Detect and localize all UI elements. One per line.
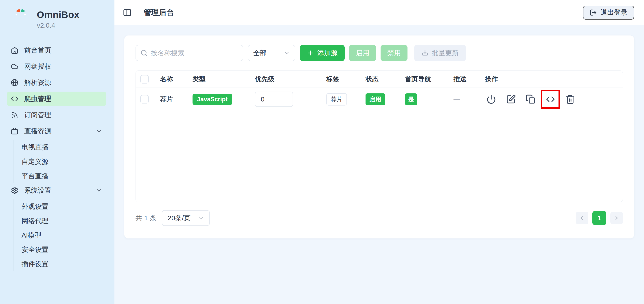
home-nav-badge: 是: [405, 93, 417, 105]
status-badge: 启用: [366, 93, 385, 105]
sidebar-item-label: 解析资源: [24, 78, 51, 87]
download-icon: [422, 49, 428, 57]
top-header: 管理后台 退出登录: [114, 0, 644, 25]
next-page-button[interactable]: [610, 212, 623, 224]
type-filter-select[interactable]: 全部: [248, 45, 295, 61]
power-toggle-icon[interactable]: [486, 94, 496, 104]
search-input[interactable]: [151, 49, 238, 57]
header-divider: [137, 8, 137, 18]
sidebar-item-security[interactable]: 安全设置: [14, 242, 106, 257]
sidebar-item-label: AI模型: [22, 231, 41, 240]
table-row: 荐片 JavaScript 荐片 启用 是 —: [136, 88, 623, 111]
row-checkbox[interactable]: [140, 95, 149, 104]
sidebar-item-subscription[interactable]: 订阅管理: [7, 108, 106, 122]
plus-icon: [307, 49, 314, 57]
tag-cell: 荐片: [326, 93, 366, 106]
column-header-tag: 标签: [326, 75, 366, 84]
sidebar-nav: 前台首页 网盘授权 解析资源 爬虫管理 订阅管理 直播资源 电视直播 自定义源 …: [7, 43, 106, 271]
logout-button[interactable]: 退出登录: [583, 6, 634, 20]
page-size-select[interactable]: 20条/页: [162, 210, 210, 226]
sidebar-item-label: 直播资源: [24, 127, 51, 136]
sidebar-item-label: 安全设置: [22, 245, 48, 254]
enable-button[interactable]: 启用: [349, 45, 376, 61]
annotation-red-box: [541, 90, 560, 109]
app-name: OmniBox: [37, 10, 80, 20]
sidebar-item-label: 爬虫管理: [24, 94, 51, 104]
column-header-type: 类型: [192, 75, 255, 84]
logout-label: 退出登录: [600, 8, 628, 17]
type-badge: JavaScript: [192, 94, 232, 105]
sidebar-item-label: 插件设置: [22, 259, 48, 269]
content-area: 全部 添加源 启用 禁用 批量更新: [114, 25, 644, 304]
disable-label: 禁用: [387, 49, 401, 58]
sidebar-item-parse-resources[interactable]: 解析资源: [7, 76, 106, 90]
sidebar-toggle-icon[interactable]: [123, 8, 132, 17]
copy-icon[interactable]: [526, 94, 536, 104]
source-name: 荐片: [160, 95, 192, 104]
main-area: 管理后台 退出登录 全部 添加源: [114, 0, 644, 304]
row-actions: [485, 90, 623, 109]
sidebar-item-tv-live[interactable]: 电视直播: [14, 140, 106, 154]
live-resources-children: 电视直播 自定义源 平台直播: [13, 140, 106, 183]
source-code-icon[interactable]: [546, 94, 555, 104]
sidebar-item-plugins[interactable]: 插件设置: [14, 257, 106, 271]
sidebar-item-custom-source[interactable]: 自定义源: [14, 154, 106, 169]
app-logo-row: OmniBox v2.0.4: [7, 8, 106, 31]
sidebar-item-live-resources[interactable]: 直播资源: [7, 124, 106, 138]
crawler-card: 全部 添加源 启用 禁用 批量更新: [124, 36, 634, 238]
sidebar-item-label: 网络代理: [22, 216, 48, 226]
type-cell: JavaScript: [192, 94, 255, 105]
sidebar-item-label: 电视直播: [22, 143, 48, 152]
sidebar-item-cloud-auth[interactable]: 网盘授权: [7, 59, 106, 74]
select-all-checkbox[interactable]: [140, 75, 149, 84]
sidebar: OmniBox v2.0.4 前台首页 网盘授权 解析资源 爬虫管理 订阅管理 …: [0, 0, 114, 304]
column-header-priority: 优先级: [255, 75, 326, 84]
batch-update-label: 批量更新: [432, 49, 459, 58]
sources-table: 名称 类型 优先级 标签 状态 首页导航 推送 操作 荐片 JavaScript…: [136, 71, 623, 202]
current-page-button[interactable]: 1: [592, 211, 606, 225]
logout-icon: [590, 9, 597, 16]
chevron-down-icon: [198, 215, 204, 221]
status-cell: 启用: [366, 93, 405, 105]
sidebar-item-crawler-management[interactable]: 爬虫管理: [7, 92, 106, 106]
sidebar-item-label: 自定义源: [22, 157, 48, 166]
edit-icon[interactable]: [506, 94, 516, 104]
disable-button[interactable]: 禁用: [380, 45, 408, 61]
page-buttons: 1: [576, 211, 623, 225]
add-source-label: 添加源: [317, 49, 338, 58]
type-filter-value: 全部: [253, 49, 266, 58]
sidebar-item-label: 平台直播: [22, 172, 48, 181]
pagination: 共 1 条 20条/页 1: [136, 210, 623, 226]
sidebar-item-front-home[interactable]: 前台首页: [7, 43, 106, 58]
sidebar-item-label: 前台首页: [24, 46, 51, 55]
column-header-push: 推送: [454, 75, 485, 84]
search-box: [136, 45, 243, 61]
prev-page-button[interactable]: [576, 212, 588, 224]
sidebar-item-ai-model[interactable]: AI模型: [14, 228, 106, 242]
column-header-actions: 操作: [485, 75, 623, 84]
sidebar-item-network-proxy[interactable]: 网络代理: [14, 214, 106, 228]
add-source-button[interactable]: 添加源: [300, 45, 345, 61]
globe-icon: [11, 79, 18, 86]
sidebar-item-system-settings[interactable]: 系统设置: [7, 183, 106, 198]
chevron-down-icon: [284, 50, 290, 56]
gear-icon: [11, 187, 18, 194]
home-icon: [11, 47, 18, 54]
code-icon: [11, 95, 18, 103]
column-header-home-nav: 首页导航: [405, 75, 454, 84]
chevron-down-icon: [96, 128, 102, 135]
sidebar-item-platform-live[interactable]: 平台直播: [14, 169, 106, 183]
rss-icon: [11, 111, 18, 119]
sidebar-item-label: 订阅管理: [24, 110, 51, 120]
batch-update-button[interactable]: 批量更新: [414, 45, 466, 61]
delete-icon[interactable]: [565, 94, 575, 104]
app-logo-icon: [10, 8, 32, 31]
system-settings-children: 外观设置 网络代理 AI模型 安全设置 插件设置: [13, 199, 106, 271]
sidebar-item-appearance[interactable]: 外观设置: [14, 199, 106, 214]
search-icon: [140, 49, 148, 57]
page-title: 管理后台: [144, 8, 174, 18]
priority-input[interactable]: [255, 92, 293, 107]
chevron-right-icon: [614, 215, 620, 221]
home-nav-cell: 是: [405, 93, 454, 105]
tv-icon: [11, 127, 18, 135]
